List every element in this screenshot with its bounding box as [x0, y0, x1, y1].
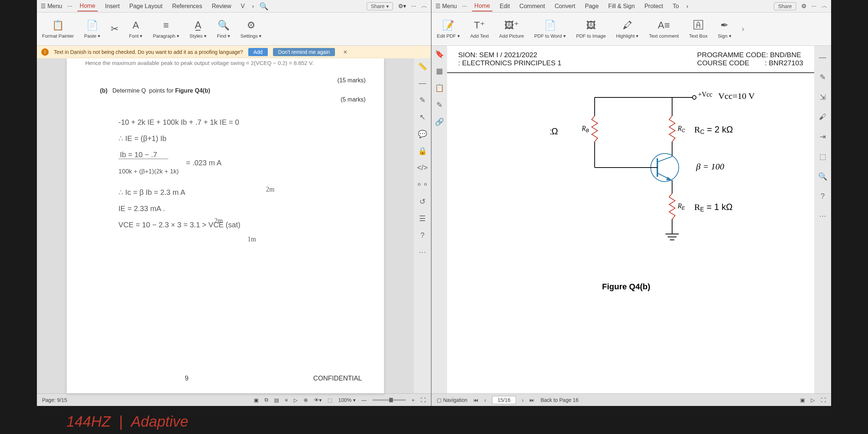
play-icon[interactable]: ▷ — [294, 397, 298, 403]
paragraph-button[interactable]: ≡Paragraph ▾ — [153, 19, 179, 39]
history-icon[interactable]: ↺ — [419, 197, 426, 206]
ruler-icon[interactable]: 📏 — [418, 62, 427, 71]
settings-button[interactable]: ⚙Settings ▾ — [241, 19, 262, 39]
right-document-area[interactable]: 🔖 ▦ 📋 ✎ 🔗 SION: SEM I / 2021/2022 : ELEC… — [432, 46, 831, 393]
notice-close-icon[interactable]: ✕ — [343, 49, 347, 55]
zoom-in-icon[interactable]: + — [412, 397, 415, 403]
outline-icon[interactable]: ☰ — [419, 214, 426, 223]
tab-view[interactable]: V — [239, 1, 247, 11]
more-icon[interactable]: ⋯ — [819, 211, 826, 220]
prev-page-icon[interactable]: ‹ — [484, 397, 486, 403]
left-menu-button[interactable]: ☰ Menu — [41, 3, 62, 10]
font-button[interactable]: AFont ▾ — [129, 19, 143, 39]
more-icon[interactable]: ⋯ — [419, 248, 426, 256]
settings-dropdown-icon[interactable]: ⚙▾ — [398, 3, 406, 10]
tab-edit[interactable]: Edit — [498, 1, 512, 11]
right-menu-button[interactable]: ☰ Menu — [435, 3, 457, 10]
format-painter-button[interactable]: 📋Format Painter — [42, 19, 74, 39]
clipboard-icon[interactable]: 📋 — [435, 83, 444, 92]
view-mode-icon-4[interactable]: ≡ — [285, 397, 288, 403]
first-page-icon[interactable]: ⏮ — [473, 397, 478, 403]
zoom-out-icon[interactable]: — — [362, 397, 367, 403]
lock-icon[interactable]: 🔒 — [418, 147, 427, 155]
cut-button[interactable]: ✂ — [111, 23, 119, 35]
minus-icon[interactable]: — — [819, 53, 826, 62]
eye-icon[interactable]: 👁▾ — [314, 397, 322, 403]
more-icon[interactable]: ··· — [462, 3, 467, 10]
text-comment-button[interactable]: A≡Text comment — [649, 19, 679, 39]
highlight-button[interactable]: 🖍Highlight ▾ — [616, 19, 639, 39]
nav-toggle[interactable]: ▢ Navigation — [437, 397, 467, 403]
web-icon[interactable]: ⊕ — [304, 397, 308, 403]
more-icon[interactable]: ··· — [812, 3, 816, 10]
collapse-icon[interactable]: ⇥ — [820, 132, 826, 141]
edit-pdf-button[interactable]: 📝Edit PDF ▾ — [437, 19, 460, 39]
last-page-icon[interactable]: ⏭ — [529, 397, 535, 403]
notice-dont-button[interactable]: Don't remind me again — [273, 48, 335, 56]
ribbon-overflow-icon[interactable]: › — [742, 24, 744, 34]
tab-convert[interactable]: Convert — [552, 1, 577, 11]
tab-protect[interactable]: Protect — [642, 1, 665, 11]
collapse-icon[interactable]: ︿ — [822, 2, 827, 10]
settings-icon[interactable]: ⚙ — [801, 3, 806, 10]
tab-comment[interactable]: Comment — [517, 1, 547, 11]
tab-fill-sign[interactable]: Fill & Sign — [606, 1, 637, 11]
link-icon[interactable]: 🔗 — [435, 117, 444, 126]
zoom-slider[interactable] — [373, 399, 406, 401]
search-icon[interactable]: 🔍 — [818, 172, 827, 181]
view-mode-icon-3[interactable]: ▤ — [274, 397, 279, 403]
fullscreen-icon[interactable]: ⛶ — [421, 397, 426, 403]
tab-overflow-icon[interactable]: › — [252, 3, 254, 10]
view-mode-icon[interactable]: ▣ — [254, 397, 259, 403]
brush-icon[interactable]: 🖌 — [819, 113, 826, 121]
tab-review[interactable]: Review — [210, 1, 233, 11]
nodes-icon[interactable]: ⚬⚬ — [416, 180, 429, 189]
add-text-button[interactable]: T⁺Add Text — [470, 19, 489, 39]
tab-overflow-icon[interactable]: › — [686, 3, 688, 10]
play-icon[interactable]: ▷ — [811, 397, 815, 403]
text-box-button[interactable]: 🄰Text Box — [689, 19, 708, 39]
page-indicator[interactable]: Page: 9/15 — [42, 397, 67, 403]
view-mode-icon-2[interactable]: ⧉ — [264, 397, 268, 403]
export-icon[interactable]: ⇲ — [820, 93, 826, 101]
tab-references[interactable]: References — [170, 1, 204, 11]
fit-icon[interactable]: ⬚ — [328, 397, 332, 403]
share-button[interactable]: Share — [774, 2, 796, 10]
tab-home[interactable]: Home — [77, 1, 98, 11]
paste-button[interactable]: 📄Paste ▾ — [84, 19, 100, 39]
tab-page[interactable]: Page — [582, 1, 601, 11]
draw-icon[interactable]: ✎ — [436, 100, 443, 109]
left-document-area[interactable]: Hence the maximum available peak to peak… — [37, 58, 431, 393]
tab-home[interactable]: Home — [472, 1, 492, 11]
fit-icon[interactable]: ⬚ — [819, 152, 826, 161]
notice-add-button[interactable]: Add — [248, 48, 268, 56]
pdf-to-word-button[interactable]: 📄PDF to Word ▾ — [534, 19, 566, 39]
sign-button[interactable]: ✒Sign ▾ — [718, 19, 732, 39]
pdf-to-image-button[interactable]: 🖼PDF to Image — [576, 19, 606, 39]
back-to-page[interactable]: Back to Page 16 — [540, 397, 578, 403]
more-icon[interactable]: ··· — [411, 3, 416, 10]
more-icon[interactable]: ··· — [67, 3, 72, 10]
find-button[interactable]: 🔍Find ▾ — [217, 19, 230, 39]
comment-icon[interactable]: 💬 — [418, 130, 427, 138]
bookmark-icon[interactable]: 🔖 — [435, 49, 444, 58]
search-icon[interactable]: 🔍 — [259, 2, 269, 11]
cursor-icon[interactable]: ↖ — [419, 113, 426, 121]
page-indicator[interactable]: 15/16 — [492, 396, 516, 404]
tab-tools[interactable]: To — [671, 1, 681, 11]
help-icon[interactable]: ? — [420, 231, 424, 240]
tab-insert[interactable]: Insert — [103, 1, 122, 11]
zoom-level[interactable]: 100% ▾ — [338, 397, 356, 403]
pen-icon[interactable]: ✎ — [419, 96, 426, 104]
share-button[interactable]: Share ▾ — [367, 2, 392, 10]
styles-button[interactable]: A̲Styles ▾ — [190, 19, 207, 39]
collapse-icon[interactable]: ︿ — [421, 2, 427, 10]
tab-page-layout[interactable]: Page Layout — [127, 1, 165, 11]
edit-icon[interactable]: ✎ — [820, 73, 826, 82]
add-picture-button[interactable]: 🖼⁺Add Picture — [499, 19, 524, 39]
next-page-icon[interactable]: › — [522, 397, 524, 403]
minus-icon[interactable]: — — [419, 79, 426, 87]
code-icon[interactable]: </> — [417, 163, 428, 172]
thumbnail-icon[interactable]: ▦ — [436, 66, 443, 75]
fullscreen-icon[interactable]: ⛶ — [821, 397, 826, 403]
